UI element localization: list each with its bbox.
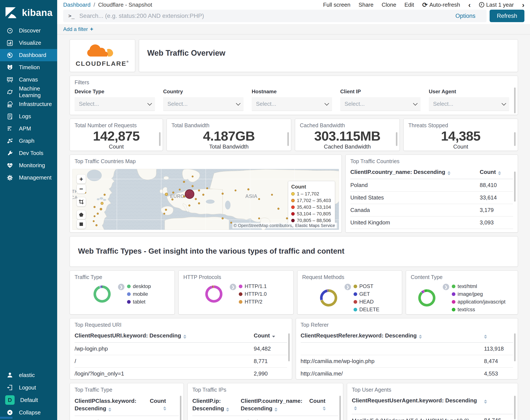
legend-item[interactable]: 53,104 – 70,805 [291,211,331,217]
map-zoom-out-button[interactable]: − [77,184,86,194]
user-agent-select[interactable]: Select... [429,97,509,111]
table-row[interactable]: http://camilia.me/4,553 [301,368,513,379]
panel-scrollbar[interactable] [159,132,161,146]
time-back-chevron[interactable]: ‹ [468,1,471,8]
table-row[interactable]: noRecord117,802 [74,416,179,420]
table-row[interactable]: Mozilla/5.0 (Windows NT 6.1; WOW64; rv:1… [352,414,513,420]
legend-item[interactable]: mobile [127,291,151,297]
column-header-country[interactable]: ClientIP.country_name: Descending [350,169,480,175]
sidebar-item-management[interactable]: Management [0,172,57,184]
request-methods-donut[interactable] [320,289,337,306]
panel-scrollbar[interactable] [514,333,515,361]
hostname-select[interactable]: Select... [252,97,332,111]
table-row[interactable]: /login/?login_only=12,990 [74,368,287,379]
device-type-select[interactable]: Select... [74,97,155,111]
table-row[interactable]: United States33,614 [350,192,513,204]
legend-item[interactable]: text/html [452,283,505,289]
column-header-ip[interactable]: ClientIP.ip: Descending [192,397,241,412]
content-type-donut[interactable] [418,289,435,306]
sidebar-item-discover[interactable]: Discover [0,25,57,37]
osm-attribution[interactable]: © OpenStreetMap contributors, [234,223,293,228]
clone-button[interactable]: Clone [382,1,396,8]
search-input[interactable] [79,13,452,19]
space-selector-default[interactable]: D Default [0,394,57,406]
panel-scrollbar[interactable] [180,396,181,420]
legend-item[interactable]: application/javascript [452,299,505,305]
table-row[interactable]: /8,771 [74,355,287,368]
column-header-agent[interactable]: ClientRequestUserAgent.keyword: Descendi… [352,397,484,411]
table-row[interactable]: 113,918 [301,343,513,355]
map-rectangle-tool-button[interactable] [77,220,86,229]
column-header-class[interactable]: ClientIPClass.keyword: Descending [74,397,150,412]
sidebar-item-canvas[interactable]: Canvas [0,74,57,86]
sidebar-item-timelion[interactable]: Timelion [0,61,57,74]
panel-scrollbar[interactable] [514,172,515,202]
column-header-count[interactable]: Count [480,169,513,175]
column-header-count[interactable]: Count [254,332,287,339]
legend-item[interactable]: GET [353,291,379,297]
panel-scrollbar[interactable] [287,132,289,146]
sidebar-item-monitoring[interactable]: Monitoring [0,159,57,172]
map-zoom-in-button[interactable]: + [77,175,86,183]
sidebar-item-visualize[interactable]: Visualize [0,37,57,49]
share-button[interactable]: Share [358,1,373,8]
panel-scrollbar[interactable] [514,88,515,113]
kibana-logo[interactable]: kibana [0,0,57,25]
panel-scrollbar[interactable] [339,396,341,420]
poland-bubble[interactable] [185,190,194,199]
column-header-referer[interactable]: ClientRequestReferer.keyword: Descending [301,332,484,339]
legend-item[interactable]: desktop [127,283,151,289]
country-select[interactable]: Select... [163,97,244,111]
http-protocols-donut[interactable] [205,285,222,303]
table-row[interactable]: 185.234.218.33Poland48,474 [192,416,338,420]
add-filter-plus-icon[interactable]: + [90,26,93,32]
legend-item[interactable]: POST [353,283,379,289]
query-options-link[interactable]: Options [456,13,475,19]
column-header-uri[interactable]: ClientRequestURI.keyword: Descending [74,332,254,339]
legend-expand-icon[interactable]: ❯ [118,284,124,290]
refresh-button[interactable]: Refresh [490,10,524,22]
client-ip-select[interactable]: Select... [340,97,421,111]
elastic-maps-attribution[interactable]: Elastic Maps Service [294,223,336,228]
legend-item[interactable]: 17,702 – 35,403 [291,198,331,203]
table-row[interactable]: United Kingdom3,093 [350,216,513,229]
logout-button[interactable]: Logout [0,381,57,394]
table-row[interactable]: http://camilia.me/wp-login.php8,474 [301,355,513,368]
sidebar-item-machine-learning[interactable]: Machine Learning [0,86,57,98]
traffic-type-donut[interactable] [93,285,111,303]
sidebar-item-apm[interactable]: APM [0,122,57,135]
panel-scrollbar[interactable] [514,132,515,146]
map-crop-tool-button[interactable] [77,197,86,206]
legend-expand-icon[interactable]: ❯ [344,284,351,290]
table-row[interactable]: China2,805 [350,229,513,233]
time-range-picker[interactable]: Last 1 year [479,1,514,8]
user-menu[interactable]: elastic [0,369,57,381]
legend-item[interactable]: DELETE [353,306,379,313]
table-row[interactable]: Poland88,410 [350,179,513,192]
auto-refresh-button[interactable]: ⟳ Auto-refresh [422,1,460,9]
legend-expand-icon[interactable]: ❯ [230,284,236,290]
column-header-count[interactable]: Count [309,397,338,411]
table-row[interactable]: /wp-login.php94,482 [74,343,287,355]
legend-item[interactable]: tablet [127,299,151,305]
sidebar-item-logs[interactable]: Logs [0,110,57,122]
table-row[interactable]: Canada3,179 [350,204,513,216]
world-map[interactable]: NORTH AMERICA EUROPE ASIA [73,169,339,230]
column-header-count[interactable]: Count [150,397,179,411]
column-header-count[interactable] [484,332,513,339]
column-header-country[interactable]: ClientIP.country_name: Descending [241,397,309,412]
edit-button[interactable]: Edit [404,1,414,8]
map-polygon-tool-button[interactable] [77,210,86,219]
sidebar-item-infrastructure[interactable]: Infrastructure [0,98,57,110]
legend-item[interactable]: HEAD [353,299,379,305]
legend-item[interactable]: HTTP/2 [239,299,267,305]
sidebar-item-dashboard[interactable]: Dashboard [0,49,57,61]
legend-item[interactable]: 1 – 17,702 [291,191,331,197]
panel-scrollbar[interactable] [288,333,290,361]
legend-item[interactable]: HTTP/1.0 [239,291,267,297]
sidebar-item-dev-tools[interactable]: Dev Tools [0,147,57,159]
legend-expand-icon[interactable]: ❯ [443,284,449,290]
full-screen-button[interactable]: Full screen [323,1,350,8]
panel-scrollbar[interactable] [514,396,515,419]
legend-item[interactable]: 35,403 – 53,104 [291,204,331,210]
